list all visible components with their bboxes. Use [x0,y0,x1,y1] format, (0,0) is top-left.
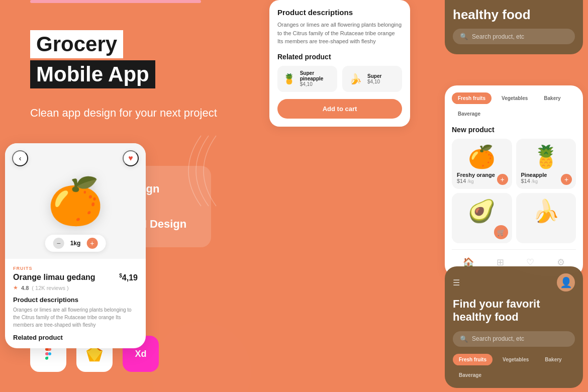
product-card-orange: 🍊 Freshy orange $14 /kg + [452,139,512,189]
tab-bakery[interactable]: Bakery [538,92,566,104]
back-button[interactable]: ‹ [12,150,28,166]
tab-baverage[interactable]: Baverage [452,108,486,120]
title-grocery: Grocery [30,30,123,58]
add-pineapple-button[interactable]: + [561,174,572,185]
product-detail-top-card: Product descriptions Oranges or limes ar… [269,0,410,127]
app-title-box: Grocery Mobile App [30,30,155,88]
quantity-decrease-button[interactable]: − [53,238,64,249]
product-card-pineapple: 🍍 Pineapple $14 /kg + [516,139,576,189]
cart-avocado-button[interactable]: 🛒 [494,225,508,239]
product-img-banana: 🍌 [521,198,571,224]
product-desc-text-main: Oranges or limes are all flowering plant… [13,306,138,329]
menu-icon[interactable]: ☰ [453,278,460,287]
tab-vegetables-bottom[interactable]: Vegetables [497,354,535,365]
add-to-cart-button-top[interactable]: Add to cart [277,99,402,119]
product-img-pineapple: 🍍 [521,144,571,170]
xd-label: Xd [135,349,146,359]
add-orange-button[interactable]: + [497,174,508,185]
new-product-title: New product [452,126,576,134]
search-icon-top: 🔍 [460,33,468,40]
product-price: $4,19 [119,273,138,282]
rating-value: 4.8 [21,285,29,291]
search-bar-bottom[interactable]: 🔍 Search product, etc [453,331,575,347]
product-description-section: Product descriptions Oranges or limes ar… [13,296,138,329]
category-tabs: Fresh fruits Vegetables Bakery Baverage [452,92,576,120]
product-name: Orange limau gedang [13,273,95,282]
tab-fresh-fruits[interactable]: Fresh fruits [452,92,492,104]
search-placeholder-top: Search product, etc [472,33,524,40]
quantity-control: − 1kg + [45,235,106,252]
product-desc-title-top: Product descriptions [277,8,402,17]
tab-bakery-bottom[interactable]: Bakery [539,354,567,365]
related-item-img-0: 🍍 [281,70,297,88]
app-subtitle: Clean app design for your next project [30,106,217,121]
tab-baverage-bottom[interactable]: Baverage [453,369,487,381]
title-mobile: Mobile App [30,60,155,88]
related-product-title-top: Related product [277,53,402,61]
product-main-card: ‹ ♥ 🍊 − 1kg + FRUITS Orange limau gedang… [5,143,146,348]
product-desc-title-main: Product descriptions [13,296,138,304]
rating-row: ★ 4.8 ( 12K reviews ) [13,284,138,291]
right-mid-card: Fresh fruits Vegetables Bakery Baverage … [445,85,583,277]
product-body: FRUITS Orange limau gedang $4,19 ★ 4.8 (… [5,259,146,348]
category-tabs-bottom: Fresh fruits Vegetables Bakery Baverage [453,354,575,381]
star-icon: ★ [13,284,18,291]
product-desc-text-top: Oranges or limes are all flowering plant… [277,21,402,46]
product-image-area: ‹ ♥ 🍊 − 1kg + [5,143,146,259]
product-grid: 🍊 Freshy orange $14 /kg + 🍍 Pineapple $1… [452,139,576,243]
user-avatar: 👤 [557,273,575,291]
product-image: 🍊 [47,175,104,228]
right-bottom-card: ☰ 👤 Find your favorithealthy food 🔍 Sear… [445,266,583,388]
related-item-info-0: Super pineapple $4,10 [300,70,333,87]
tab-fresh-fruits-bottom[interactable]: Fresh fruits [453,354,493,365]
review-count: ( 12K reviews ) [32,285,68,291]
bottom-card-header: ☰ 👤 [453,273,575,291]
related-item-1: 🍌 Super $4,10 [342,66,402,92]
search-bar-top[interactable]: 🔍 Search product, etc [453,29,575,44]
bottom-card-title: Find your favorithealthy food [453,298,575,324]
related-items-top: 🍍 Super pineapple $4,10 🍌 Super $4,10 [277,66,402,92]
right-top-title: healthy food [453,7,575,23]
right-top-card: healthy food 🔍 Search product, etc [445,0,583,54]
product-img-orange: 🍊 [457,144,507,170]
search-icon-bottom: 🔍 [460,335,468,343]
related-item-img-1: 🍌 [346,70,364,88]
product-img-avocado: 🥑 [457,198,507,224]
related-item-info-1: Super $4,10 [367,73,381,84]
related-product-title-main: Related product [13,334,138,341]
related-item-0: 🍍 Super pineapple $4,10 [277,66,337,92]
pink-bar [30,0,201,3]
product-category-label: FRUITS [13,266,138,271]
quantity-display: 1kg [70,240,81,247]
product-card-avocado: 🥑 🛒 [452,193,512,243]
tab-vegetables[interactable]: Vegetables [496,92,534,104]
product-name-price-row: Orange limau gedang $4,19 [13,273,138,282]
search-placeholder-bottom: Search product, etc [472,335,524,342]
product-card-banana: 🍌 [516,193,576,243]
quantity-increase-button[interactable]: + [86,238,97,249]
favorite-button[interactable]: ♥ [123,150,139,166]
